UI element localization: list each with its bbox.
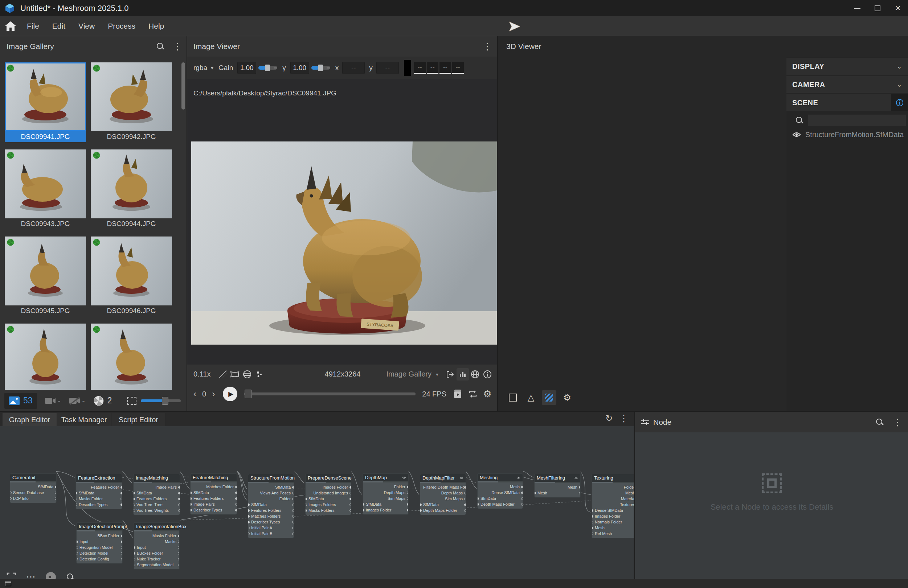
node-port[interactable]: Masks Folder — [76, 496, 122, 502]
menu-edit[interactable]: Edit — [46, 22, 72, 31]
node-port[interactable]: Images Folders — [306, 502, 351, 508]
node-port[interactable]: Describer Types — [190, 507, 237, 513]
node-port[interactable]: Depth Maps Folder — [478, 501, 523, 507]
tab-task-manager[interactable]: Task Manager — [57, 413, 111, 426]
node-port[interactable]: Describer Types — [248, 519, 294, 525]
features-display-icon[interactable] — [216, 368, 229, 381]
maximize-button[interactable] — [867, 0, 888, 16]
next-frame-icon[interactable]: › — [212, 389, 215, 399]
node-port[interactable]: Folder — [363, 484, 408, 490]
node-port[interactable]: Ref Mesh — [592, 531, 634, 537]
graph-node-meshing[interactable]: Meshing Mesh Dense SfMData SfmData Depth… — [477, 473, 523, 509]
source-select[interactable]: Image Gallery — [386, 370, 431, 378]
node-port[interactable]: Image Pairs — [134, 484, 180, 490]
gain-slider[interactable] — [258, 66, 277, 70]
info-icon[interactable] — [481, 368, 494, 381]
node-port[interactable]: Masks Folders — [306, 508, 351, 513]
thumbnail-image[interactable] — [91, 63, 172, 131]
graph-node-meshfiltering[interactable]: MeshFiltering Mesh Mesh — [534, 474, 581, 498]
tab-graph-editor[interactable]: Graph Editor — [3, 413, 57, 426]
chevron-down-icon[interactable]: ▾ — [211, 65, 213, 71]
section-camera[interactable]: CAMERA⌄ — [786, 76, 908, 93]
node-port[interactable]: Normals Folder — [592, 519, 634, 525]
graph-node-imagematching[interactable]: ImageMatching Image Pairs SfMData Featur… — [133, 474, 180, 515]
graph-node-structurefrommotion[interactable]: StructureFromMotion SfMData Views And Po… — [248, 474, 294, 538]
image-stats-icon[interactable] — [457, 368, 469, 381]
node-port[interactable]: Undistorted Images — [306, 490, 351, 496]
previous-frame-icon[interactable]: ‹ — [193, 389, 196, 399]
node-port[interactable]: Sim Maps — [363, 495, 408, 501]
node-port[interactable]: Initial Pair A — [248, 525, 294, 531]
tab-script-editor[interactable]: Script Editor — [111, 413, 166, 426]
eye-visibility-icon[interactable] — [792, 132, 801, 138]
kebab-menu-icon[interactable]: ⋮ — [619, 413, 629, 423]
node-port[interactable]: Textures — [592, 502, 634, 508]
graph-node-imagesegmentationbox[interactable]: ImageSegmentationBox Masks Folder Masks … — [134, 522, 180, 569]
section-scene[interactable]: SCENE — [786, 94, 908, 111]
node-port[interactable]: SfMData — [420, 502, 465, 508]
scene-info-icon[interactable] — [891, 94, 908, 111]
playback-settings-gear-icon[interactable]: ⚙ — [481, 388, 494, 400]
scene-search-input[interactable] — [808, 114, 906, 127]
fit-view-icon[interactable] — [6, 572, 16, 580]
eye-visibility-icon[interactable] — [574, 477, 578, 480]
kebab-menu-icon[interactable]: ⋮ — [173, 42, 182, 51]
refresh-icon[interactable]: ↻ — [605, 413, 613, 423]
node-port[interactable]: Image Pairs — [190, 501, 237, 507]
panorama-sphere-icon[interactable] — [241, 368, 253, 381]
node-port[interactable]: Mesh — [592, 490, 634, 496]
node-port[interactable]: BBox Folder — [77, 533, 122, 539]
node-port[interactable]: Detection Model — [77, 550, 122, 556]
menu-view[interactable]: View — [72, 22, 101, 31]
node-port[interactable]: Images Folder — [306, 484, 351, 490]
node-search-icon[interactable] — [875, 418, 884, 427]
playback-slider[interactable] — [244, 392, 415, 395]
channel-select[interactable]: rgba — [193, 64, 207, 72]
graph-node-depthmapfilter[interactable]: DepthMapFilter Filtered Depth Maps Folde… — [420, 474, 466, 515]
graph-node-camerainit[interactable]: CameraInit SfMData Sensor Database LCP I… — [10, 473, 56, 503]
minimize-button[interactable] — [847, 0, 867, 16]
output-attribute-icon[interactable] — [444, 368, 457, 381]
node-port[interactable]: Features Folders — [248, 508, 294, 513]
gamma-input[interactable]: 1.00 — [290, 62, 309, 74]
textured-mode-icon[interactable] — [542, 390, 556, 405]
node-port[interactable]: Mesh — [534, 490, 580, 496]
gamma-slider[interactable] — [311, 66, 330, 70]
node-port[interactable]: LCP Info — [10, 495, 56, 501]
playback-slider-handle[interactable] — [245, 390, 252, 398]
slider-handle[interactable] — [162, 397, 168, 405]
wireframe-mode-icon[interactable]: △ — [524, 390, 538, 405]
home-icon[interactable] — [4, 21, 17, 32]
node-port[interactable]: Depth Maps Folder — [420, 508, 465, 513]
node-port[interactable]: Sensor Database — [10, 490, 56, 495]
node-port[interactable]: Masks Folder — [134, 533, 179, 539]
workspace-icon[interactable] — [5, 582, 11, 586]
gallery-scrollbar[interactable] — [182, 63, 185, 109]
menu-file[interactable]: File — [20, 22, 46, 31]
menu-process[interactable]: Process — [101, 22, 142, 31]
node-port[interactable]: Detection Config — [77, 556, 122, 562]
node-port[interactable]: Input — [77, 539, 122, 545]
node-port[interactable]: Folder — [248, 496, 294, 502]
lens-distortion-icon[interactable] — [229, 368, 241, 381]
node-port[interactable]: BBoxes Folder — [134, 550, 179, 556]
node-port[interactable]: Voc Tree: Weights — [134, 508, 180, 513]
feature-points-icon[interactable] — [253, 368, 266, 381]
node-port[interactable]: Dense SfMData — [478, 490, 523, 495]
node-port[interactable]: Depth Maps — [363, 490, 408, 495]
node-port[interactable]: Depth Maps — [420, 490, 465, 496]
node-graph-canvas[interactable]: CameraInit SfMData Sensor Database LCP I… — [0, 426, 634, 580]
node-port[interactable]: SfMData — [134, 490, 180, 496]
node-port[interactable]: Features Folder — [76, 484, 122, 490]
node-port[interactable]: Features Folders — [134, 496, 180, 502]
render-settings-gear-icon[interactable]: ⚙ — [560, 390, 575, 405]
node-port[interactable]: Segmentation Model — [134, 562, 179, 568]
solid-mode-icon[interactable] — [506, 390, 520, 405]
node-port[interactable]: Sim Maps — [420, 496, 465, 502]
node-port[interactable]: Voc Tree: Tree — [134, 502, 180, 508]
thumbnail-image[interactable] — [5, 149, 86, 218]
node-port[interactable]: Folder — [592, 484, 634, 490]
node-port[interactable]: Initial Pair B — [248, 531, 294, 537]
node-port[interactable]: Recognition Model — [77, 545, 122, 550]
graph-node-depthmap[interactable]: DepthMap Folder Depth Maps Sim Maps SfMD… — [362, 473, 409, 515]
